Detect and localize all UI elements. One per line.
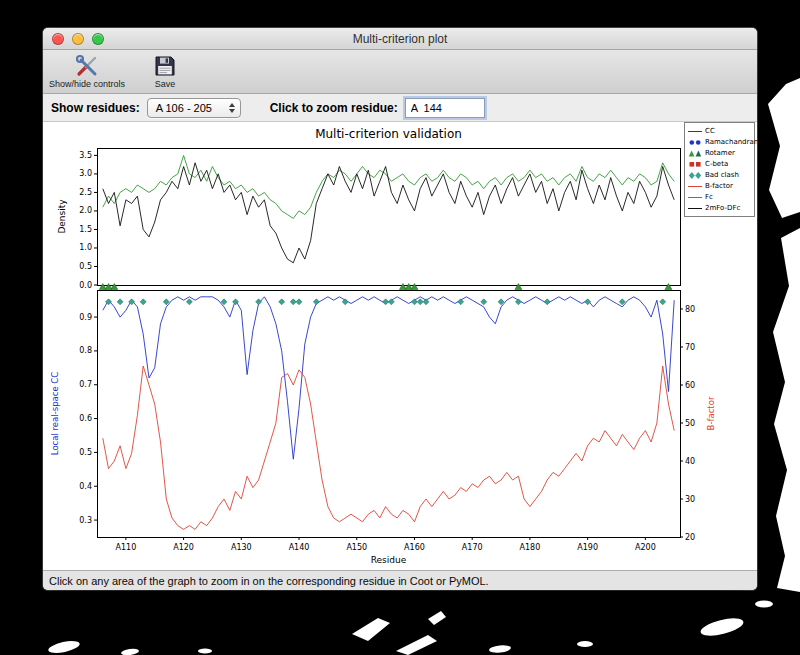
show-hide-controls-label: Show/hide controls [49, 79, 125, 89]
triangles-marker-icon [688, 149, 702, 158]
diamonds-marker-icon [688, 171, 702, 180]
svg-text:30: 30 [685, 495, 695, 504]
traffic-lights [52, 33, 104, 45]
svg-text:2.0: 2.0 [79, 206, 92, 215]
svg-text:0.9: 0.9 [79, 313, 92, 322]
svg-text:0.5: 0.5 [79, 262, 92, 271]
svg-text:20: 20 [685, 533, 695, 542]
plot-canvas[interactable]: Multi-criterion validation0.00.51.01.52.… [43, 122, 757, 570]
svg-text:A110: A110 [115, 543, 136, 552]
svg-text:A180: A180 [520, 543, 541, 552]
legend-entry-fc: Fc [688, 192, 751, 202]
status-text: Click on any area of the graph to zoom i… [49, 575, 489, 587]
legend-entry-c-beta: C-beta [688, 159, 751, 169]
save-label: Save [155, 79, 176, 89]
plot-legend: CCRamachandranRotamerC-betaBad clashB-fa… [684, 122, 755, 217]
maximize-button[interactable] [92, 33, 104, 45]
legend-entry-2mfo-dfc: 2mFo-DFc [688, 203, 751, 213]
svg-text:0.3: 0.3 [79, 516, 92, 525]
svg-text:0.0: 0.0 [79, 281, 92, 290]
floppy-disk-icon [151, 52, 179, 79]
line-marker-icon [688, 204, 702, 213]
svg-text:Local real-space CC: Local real-space CC [50, 372, 60, 455]
zoom-residue-label: Click to zoom residue: [270, 101, 398, 115]
svg-text:A140: A140 [289, 543, 310, 552]
toolbar: Show/hide controls Save [43, 50, 757, 94]
svg-text:A170: A170 [462, 543, 483, 552]
svg-text:1.0: 1.0 [79, 243, 92, 252]
svg-text:50: 50 [685, 419, 695, 428]
svg-text:A150: A150 [346, 543, 367, 552]
show-hide-controls-button[interactable]: Show/hide controls [49, 52, 125, 89]
svg-text:Residue: Residue [371, 555, 407, 565]
svg-text:B-factor: B-factor [706, 396, 716, 430]
close-button[interactable] [52, 33, 64, 45]
svg-text:A160: A160 [404, 543, 425, 552]
titlebar[interactable]: Multi-criterion plot [43, 28, 757, 50]
svg-text:0.5: 0.5 [79, 448, 92, 457]
line-marker-icon [688, 182, 702, 191]
line-marker-icon [688, 193, 702, 202]
app-window: Multi-criterion plot Show/hide controls [43, 28, 757, 590]
svg-text:2.5: 2.5 [79, 188, 92, 197]
status-bar: Click on any area of the graph to zoom i… [43, 570, 757, 590]
svg-text:Multi-criterion validation: Multi-criterion validation [315, 127, 462, 141]
window-title: Multi-criterion plot [353, 32, 448, 46]
legend-entry-b-factor: B-factor [688, 181, 751, 191]
save-button[interactable]: Save [151, 52, 179, 89]
minimize-button[interactable] [72, 33, 84, 45]
svg-text:Density: Density [57, 199, 67, 234]
residue-range-value: A 106 - 205 [156, 102, 221, 114]
show-residues-label: Show residues: [51, 101, 140, 115]
residue-range-select[interactable]: A 106 - 205 [147, 98, 241, 118]
up-down-arrows-icon [229, 103, 235, 113]
svg-text:70: 70 [685, 343, 695, 352]
svg-text:60: 60 [685, 381, 695, 390]
legend-entry-cc: CC [688, 126, 751, 136]
svg-text:1.5: 1.5 [79, 225, 92, 234]
svg-text:0.7: 0.7 [79, 380, 92, 389]
svg-text:80: 80 [685, 305, 695, 314]
squares-marker-icon [688, 160, 702, 169]
svg-text:3.0: 3.0 [79, 169, 92, 178]
svg-text:A200: A200 [635, 543, 656, 552]
legend-entry-bad-clash: Bad clash [688, 170, 751, 180]
legend-entry-ramachandran: Ramachandran [688, 137, 751, 147]
svg-text:0.4: 0.4 [79, 482, 92, 491]
svg-text:A120: A120 [173, 543, 194, 552]
svg-text:A130: A130 [231, 543, 252, 552]
controls-bar: Show residues: A 106 - 205 Click to zoom… [43, 94, 757, 122]
svg-text:0.8: 0.8 [79, 346, 92, 355]
svg-text:0.6: 0.6 [79, 414, 92, 423]
crossed-tools-icon [73, 52, 101, 79]
legend-entry-rotamer: Rotamer [688, 148, 751, 158]
zoom-residue-input[interactable] [405, 98, 485, 118]
svg-text:40: 40 [685, 457, 695, 466]
validation-plot[interactable]: Multi-criterion validation0.00.51.01.52.… [43, 122, 757, 570]
line-marker-icon [688, 127, 702, 136]
circles-marker-icon [688, 138, 702, 147]
svg-text:3.5: 3.5 [79, 151, 92, 160]
svg-text:A190: A190 [577, 543, 598, 552]
